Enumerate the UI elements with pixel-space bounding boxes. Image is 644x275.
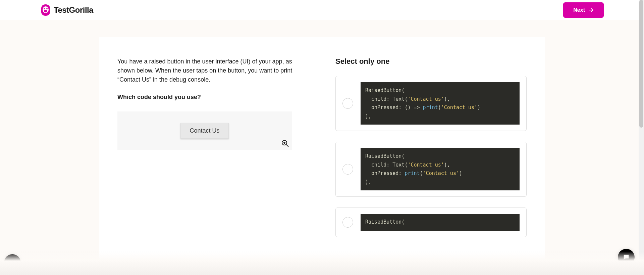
question-prompt: Which code should you use? — [117, 94, 309, 101]
gorilla-icon — [40, 4, 51, 16]
brand-logo: TestGorilla — [40, 4, 93, 16]
code-snippet: RaisedButton( — [361, 214, 520, 231]
scrollbar[interactable] — [639, 0, 644, 275]
brand-name: TestGorilla — [54, 5, 93, 15]
question-image: Contact Us — [117, 111, 292, 150]
code-snippet: RaisedButton( child: Text('Contact us'),… — [361, 82, 520, 125]
scrollbar-thumb[interactable] — [639, 0, 643, 128]
header: TestGorilla Next — [0, 0, 644, 20]
svg-point-2 — [46, 8, 48, 9]
demo-contact-button: Contact Us — [180, 123, 228, 139]
next-button[interactable]: Next — [563, 2, 604, 18]
code-snippet: RaisedButton( child: Text('Contact us'),… — [361, 148, 520, 190]
answer-option[interactable]: RaisedButton( child: Text('Contact us'),… — [335, 76, 527, 131]
radio-button[interactable] — [342, 164, 353, 175]
cookie-widget-button[interactable]: co — [4, 254, 21, 271]
next-label: Next — [573, 7, 585, 13]
arrow-right-icon — [588, 7, 594, 13]
svg-line-8 — [286, 144, 288, 147]
answers-title: Select only one — [335, 57, 527, 66]
chat-widget-button[interactable] — [618, 249, 635, 266]
svg-point-1 — [44, 8, 45, 9]
answers-panel: Select only one RaisedButton( child: Tex… — [335, 57, 527, 248]
radio-button[interactable] — [342, 98, 353, 109]
radio-button[interactable] — [342, 217, 353, 228]
question-card: You have a raised button in the user int… — [99, 37, 545, 268]
question-panel: You have a raised button in the user int… — [117, 57, 309, 248]
answer-option[interactable]: RaisedButton( — [335, 208, 527, 237]
question-text: You have a raised button in the user int… — [117, 57, 309, 84]
chat-icon — [623, 254, 630, 261]
cookie-widget-label: co — [9, 259, 16, 266]
svg-point-3 — [44, 10, 47, 12]
answer-option[interactable]: RaisedButton( child: Text('Contact us'),… — [335, 142, 527, 197]
zoom-in-icon[interactable] — [281, 139, 289, 147]
